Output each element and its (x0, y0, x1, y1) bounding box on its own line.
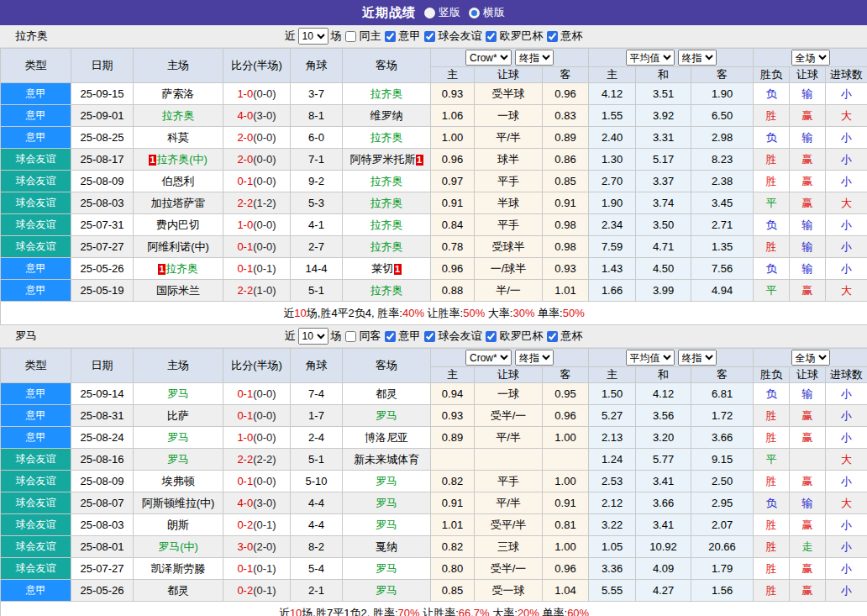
match-row: 意甲25-05-261拉齐奥0-1(0-1)14-4莱切10.96一/球半0.9… (1, 258, 867, 280)
radio-horizontal[interactable]: 横版 (469, 5, 505, 20)
away-team-name: 罗马 (376, 519, 397, 531)
odds-provider-select[interactable]: Crow* (465, 350, 512, 366)
home-team-name: 拉齐奥 (166, 262, 198, 275)
final-index-select[interactable]: 终指 (515, 50, 554, 66)
summary-text: 10 (290, 607, 302, 616)
league-checkbox[interactable] (547, 331, 558, 342)
provider-odds-cell: 平手 (475, 214, 543, 236)
team-name: 拉齐奥 (15, 29, 48, 44)
match-count-select[interactable]: 10 (298, 28, 328, 45)
average-odds-cell: 1.90 (691, 83, 754, 105)
fulltime-score: 2-0 (237, 153, 253, 166)
corner-cell: 7-4 (291, 383, 343, 405)
match-count-select[interactable]: 10 (298, 328, 328, 345)
average-select[interactable]: 平均值 (626, 50, 675, 66)
home-team-name: 加拉塔萨雷 (151, 197, 206, 209)
provider-odds-cell: 0.96 (543, 405, 589, 427)
score-cell: 2-2(2-2) (223, 449, 291, 471)
away-team-cell: 罗马 (343, 514, 431, 536)
odds-provider-select[interactable]: Crow* (465, 50, 512, 66)
scope-select[interactable]: 全场 (791, 50, 830, 66)
provider-odds-cell: 1.06 (431, 105, 475, 127)
date-cell: 25-05-26 (71, 580, 134, 602)
average-odds-group: 平均值终指 (589, 349, 754, 367)
column-header: 主场 (134, 49, 223, 83)
sub-column-header: 客 (691, 367, 754, 383)
average-odds-cell: 2.12 (589, 492, 636, 514)
summary-text: 让胜率: (424, 307, 463, 319)
provider-odds-cell: 0.97 (431, 171, 475, 192)
date-cell: 25-09-14 (71, 383, 134, 405)
provider-odds-cell: 平/半 (475, 427, 543, 449)
radio-vertical[interactable]: 竖版 (424, 5, 460, 20)
summary-text: 单率: (539, 607, 567, 616)
match-row: 意甲25-08-25科莫2-0(0-0)6-0拉齐奥1.00平/半0.892.4… (1, 127, 867, 149)
fulltime-score: 0-2 (237, 519, 253, 531)
handicap-result-cell: 输 (790, 492, 826, 514)
league-label: 欧罗巴杯 (500, 329, 544, 344)
average-odds-cell: 1.66 (589, 280, 636, 302)
scope-select[interactable]: 全场 (791, 350, 830, 366)
average-odds-cell: 1.72 (691, 405, 754, 427)
radio-vertical-icon[interactable] (424, 8, 435, 18)
final-index-select[interactable]: 终指 (678, 350, 717, 366)
home-team-cell: 埃弗顿 (134, 471, 223, 492)
score-cell: 2-2(1-2) (223, 192, 291, 214)
column-header: 角球 (291, 49, 343, 83)
provider-odds-cell: 0.96 (431, 258, 475, 280)
provider-odds-cell: 一球 (475, 383, 543, 405)
halftime-score: (0-0) (253, 175, 276, 187)
away-team-cell: 莱切1 (343, 258, 431, 280)
sub-column-header: 和 (636, 67, 691, 83)
final-index-select[interactable]: 终指 (515, 350, 554, 366)
average-odds-cell: 3.92 (636, 105, 691, 127)
league-checkbox[interactable] (385, 31, 396, 42)
away-team-name: 罗马 (376, 562, 397, 575)
match-type-cell: 意甲 (1, 258, 71, 280)
match-row: 球会友谊25-08-09埃弗顿0-1(0-0)5-10罗马0.82平手1.002… (1, 471, 867, 492)
halftime-score: (0-1) (253, 584, 276, 597)
halftime-score: (0-0) (253, 431, 276, 444)
games-label: 场 (331, 329, 342, 344)
league-checkbox[interactable] (486, 331, 497, 342)
provider-odds-cell: 1.00 (543, 536, 589, 558)
sub-column-header: 主 (431, 367, 475, 383)
match-row: 球会友谊25-08-07阿斯顿维拉(中)4-0(3-0)4-4罗马0.91平/半… (1, 492, 867, 514)
average-odds-cell: 2.13 (589, 427, 636, 449)
league-checkbox[interactable] (547, 31, 558, 42)
date-cell: 25-09-15 (71, 83, 134, 105)
league-label: 意杯 (561, 329, 583, 344)
average-odds-cell: 3.51 (636, 83, 691, 105)
header-row-groups: 类型日期主场比分(半场)角球客场Crow*终指平均值终指全场 (1, 349, 867, 367)
average-odds-cell: 2.50 (691, 471, 754, 492)
same-venue-checkbox[interactable] (345, 331, 356, 342)
fulltime-score: 0-1 (237, 240, 253, 253)
goals-result-cell: 大 (826, 105, 867, 127)
winloss-result-cell: 胜 (754, 171, 790, 192)
average-select[interactable]: 平均值 (626, 350, 675, 366)
league-checkbox[interactable] (385, 331, 396, 342)
match-row: 球会友谊25-08-03朗斯0-2(0-1)4-4罗马1.01受平/半0.813… (1, 514, 867, 536)
winloss-result-cell: 胜 (754, 514, 790, 536)
score-cell: 0-1(0-0) (223, 383, 291, 405)
goals-result-cell: 小 (826, 405, 867, 427)
date-cell: 25-09-01 (71, 105, 134, 127)
league-checkbox[interactable] (486, 31, 497, 42)
league-checkbox[interactable] (424, 31, 435, 42)
provider-odds-cell: 0.83 (543, 105, 589, 127)
goals-result-cell: 小 (826, 214, 867, 236)
radio-horizontal-icon[interactable] (469, 8, 480, 18)
summary-text: 40% (402, 307, 424, 319)
halftime-score: (0-0) (253, 475, 276, 487)
goals-result-cell: 小 (826, 427, 867, 449)
league-checkbox[interactable] (424, 331, 435, 342)
provider-odds-cell: 受半球 (475, 83, 543, 105)
average-odds-cell: 3.45 (691, 192, 754, 214)
date-cell: 25-08-07 (71, 492, 134, 514)
date-cell: 25-05-19 (71, 280, 134, 302)
average-odds-cell: 5.77 (636, 449, 691, 471)
column-header: 比分(半场) (223, 349, 291, 383)
average-odds-cell: 3.41 (636, 471, 691, 492)
same-venue-checkbox[interactable] (345, 31, 356, 42)
final-index-select[interactable]: 终指 (678, 50, 717, 66)
